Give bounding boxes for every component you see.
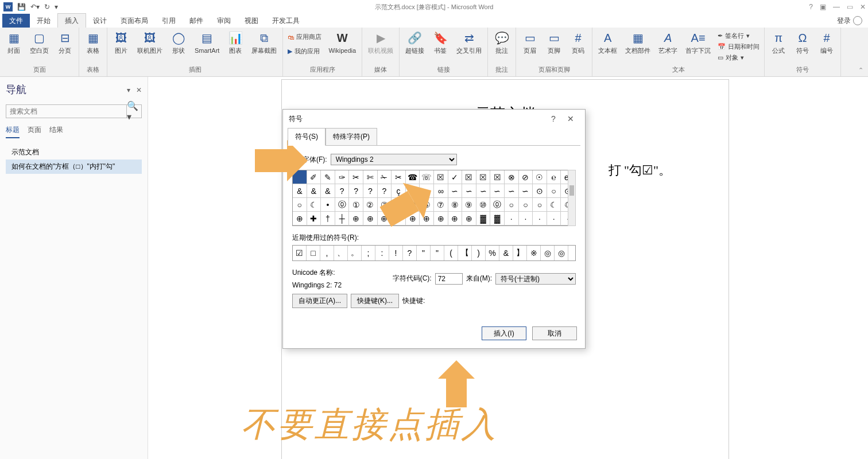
help-icon[interactable]: ? — [809, 3, 813, 11]
footer-button[interactable]: ▭页脚 — [544, 29, 564, 56]
recent-symbol-cell[interactable]: 、 — [334, 246, 348, 260]
drop-cap-button[interactable]: A≡首字下沉 — [683, 29, 713, 56]
cross-reference-button[interactable]: ⇄交叉引用 — [454, 29, 484, 56]
pictures-button[interactable]: 🖼图片 — [111, 29, 131, 56]
symbol-cell[interactable]: · — [547, 212, 561, 225]
recent-symbol-cell[interactable]: " — [417, 246, 431, 260]
nav-search-input[interactable] — [6, 105, 126, 118]
wordart-button[interactable]: A艺术字 — [656, 29, 680, 56]
symbol-cell[interactable]: ② — [363, 198, 378, 212]
recent-symbol-cell[interactable]: ☑ — [293, 246, 307, 260]
shortcut-key-button[interactable]: 快捷键(K)... — [351, 294, 399, 308]
symbol-cell[interactable]: † — [321, 212, 335, 225]
symbol-cell[interactable]: ○ — [293, 198, 307, 212]
minimize-icon[interactable]: — — [833, 3, 840, 11]
symbol-cell[interactable]: ⓪ — [335, 198, 350, 212]
symbol-cell[interactable]: ▓ — [490, 212, 505, 225]
recent-symbol-cell[interactable]: 】 — [513, 246, 527, 260]
comment-button[interactable]: 💬批注 — [491, 29, 512, 56]
number-button[interactable]: #编号 — [816, 29, 837, 56]
symbol-cell[interactable]: ○ — [547, 184, 561, 198]
symbol-cell[interactable]: ✄ — [363, 170, 378, 184]
recent-symbol-cell[interactable]: □ — [307, 246, 320, 260]
symbol-cell[interactable]: ☉ — [533, 170, 547, 184]
symbol-cell[interactable]: ∽ — [462, 184, 476, 198]
bookmark-button[interactable]: 🔖书签 — [430, 29, 451, 56]
recent-symbol-cell[interactable]: % — [486, 246, 499, 260]
tab-insert[interactable]: 插入 — [57, 13, 86, 29]
char-code-input[interactable] — [435, 273, 463, 285]
object-button[interactable]: ▭对象▾ — [716, 53, 761, 63]
signature-line-button[interactable]: ✒签名行▾ — [716, 31, 761, 41]
symbol-cell[interactable]: ? — [378, 184, 392, 198]
symbol-cell[interactable]: ⊗ — [505, 170, 519, 184]
dialog-tab-symbols[interactable]: 符号(S) — [288, 128, 326, 146]
tab-review[interactable]: 审阅 — [210, 14, 238, 28]
recent-symbol-cell[interactable]: ? — [403, 246, 417, 260]
grid-scrollbar[interactable] — [568, 170, 576, 226]
symbol-cell[interactable]: ⊕ — [293, 212, 307, 225]
qat-dropdown-icon[interactable]: ▾ — [55, 3, 58, 11]
header-button[interactable]: ▭页眉 — [520, 29, 540, 56]
tab-file[interactable]: 文件 — [2, 14, 30, 28]
symbol-cell[interactable]: ⊕ — [448, 212, 463, 225]
page-break-button[interactable]: ⊟分页 — [55, 29, 75, 56]
symbol-cell[interactable]: ✂ — [349, 170, 363, 184]
app-store-button[interactable]: 🛍应用商店 — [286, 32, 323, 42]
search-icon[interactable]: 🔍▾ — [126, 105, 141, 118]
symbol-cell[interactable]: ⊘ — [519, 170, 533, 184]
symbol-cell[interactable]: ✚ — [307, 212, 321, 225]
symbol-cell[interactable]: ⊕ — [434, 212, 448, 225]
undo-icon[interactable]: ↶▾ — [30, 3, 40, 11]
recent-symbol-cell[interactable]: , — [320, 246, 334, 260]
recent-symbol-cell[interactable]: ! — [389, 246, 403, 260]
symbol-cell[interactable]: ○ — [505, 198, 519, 212]
blank-page-button[interactable]: ▢空白页 — [28, 29, 51, 56]
nav-tab-results[interactable]: 结果 — [49, 125, 63, 138]
symbol-cell[interactable]: ☒ — [490, 170, 505, 184]
wikipedia-button[interactable]: WWikipedia — [326, 29, 358, 56]
online-video-button[interactable]: ▶联机视频 — [366, 29, 396, 56]
symbol-cell[interactable]: ⑨ — [462, 198, 476, 212]
symbol-cell[interactable]: ⑩ — [476, 198, 491, 212]
page-number-button[interactable]: #页码 — [568, 29, 588, 56]
online-pictures-button[interactable]: 🖼联机图片 — [135, 29, 165, 56]
quick-parts-button[interactable]: ▦文档部件 — [623, 29, 653, 56]
symbol-cell[interactable]: ○ — [533, 198, 547, 212]
chart-button[interactable]: 📊图表 — [225, 29, 246, 56]
symbol-cell[interactable]: ⓪ — [490, 198, 505, 212]
from-select[interactable]: 符号(十进制) — [495, 273, 576, 285]
recent-symbol-cell[interactable]: ( — [444, 246, 458, 260]
symbol-cell[interactable]: ? — [363, 184, 378, 198]
symbol-cell[interactable]: ✑ — [335, 170, 350, 184]
collapse-ribbon-icon[interactable]: ⌃ — [858, 67, 863, 74]
shapes-button[interactable]: ◯形状 — [168, 29, 189, 56]
recent-symbol-cell[interactable]: ※ — [527, 246, 541, 260]
equation-button[interactable]: π公式 — [768, 29, 789, 56]
my-apps-button[interactable]: ▶我的应用 — [286, 46, 323, 56]
symbol-cell[interactable]: ℮ — [547, 170, 561, 184]
symbol-cell[interactable]: ☾ — [547, 198, 561, 212]
recent-symbol-cell[interactable]: : — [375, 246, 389, 260]
nav-dropdown-icon[interactable]: ▾ — [127, 86, 130, 94]
symbol-cell[interactable]: · — [519, 212, 533, 225]
redo-icon[interactable]: ↻ — [44, 3, 50, 11]
recent-symbol-cell[interactable]: ◎ — [541, 246, 555, 260]
symbol-cell[interactable]: ① — [349, 198, 363, 212]
tab-mailings[interactable]: 邮件 — [183, 14, 210, 28]
ribbon-display-icon[interactable]: ▣ — [820, 3, 826, 11]
symbol-cell[interactable]: · — [505, 212, 519, 225]
recent-symbol-cell[interactable]: 【 — [458, 246, 472, 260]
symbol-cell[interactable]: · — [533, 212, 547, 225]
smartart-button[interactable]: ▤SmartArt — [192, 29, 222, 56]
maximize-icon[interactable]: ▭ — [847, 3, 853, 11]
symbol-button[interactable]: Ω符号 — [792, 29, 813, 56]
nav-item[interactable]: 示范文档 — [6, 145, 142, 160]
symbol-cell[interactable]: ┼ — [335, 212, 350, 225]
symbol-cell[interactable]: ∽ — [519, 184, 533, 198]
symbol-cell[interactable]: ▓ — [476, 212, 491, 225]
nav-tab-headings[interactable]: 标题 — [6, 125, 20, 138]
symbol-cell[interactable]: & — [307, 184, 321, 198]
date-time-button[interactable]: 📅日期和时间 — [716, 42, 761, 52]
tab-references[interactable]: 引用 — [155, 14, 183, 28]
